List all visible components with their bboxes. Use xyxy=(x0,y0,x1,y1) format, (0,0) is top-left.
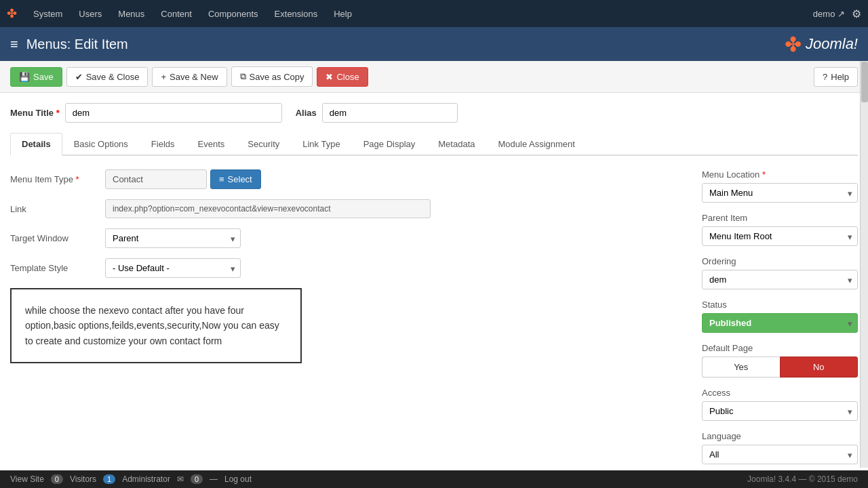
save-close-button[interactable]: ✔ Save & Close xyxy=(66,67,149,87)
info-box: while choose the nexevo contact after yo… xyxy=(10,288,302,363)
language-select[interactable]: AllEnglish xyxy=(702,445,858,464)
target-window-label: Target Window xyxy=(10,233,98,243)
parent-item-group: Parent Item Menu Item Root xyxy=(702,213,858,246)
language-label: Language xyxy=(702,431,858,441)
default-page-yes-button[interactable]: Yes xyxy=(702,357,780,378)
access-select[interactable]: PublicRegisteredSpecial xyxy=(702,401,858,421)
menu-item-type-row: Menu Item Type * ≡ Select xyxy=(10,169,682,189)
template-style-select[interactable]: - Use Default -Beez3Protostar xyxy=(105,258,241,278)
save-close-label: Save & Close xyxy=(86,72,140,82)
alias-input[interactable] xyxy=(322,103,458,123)
nav-item-users[interactable]: Users xyxy=(72,6,108,22)
menu-item-type-required: * xyxy=(76,174,79,184)
target-window-select[interactable]: ParentNew WindowPopup xyxy=(105,228,241,248)
separator: — xyxy=(210,474,218,484)
default-page-label: Default Page xyxy=(702,343,858,353)
nav-item-content[interactable]: Content xyxy=(154,6,199,22)
check-icon: ✔ xyxy=(75,72,83,82)
help-icon: ? xyxy=(823,72,827,82)
menu-location-select[interactable]: Main MenuTop MenuFooter Menu xyxy=(702,183,858,203)
main-content: Menu Title * Alias Details Basic Options… xyxy=(0,93,868,488)
nav-item-system[interactable]: System xyxy=(26,6,69,22)
nav-item-components[interactable]: Components xyxy=(201,6,265,22)
link-row: Link xyxy=(10,199,682,218)
ordering-label: Ordering xyxy=(702,256,858,266)
joomla-logo: ✤ Joomla! xyxy=(785,33,858,56)
access-group: Access PublicRegisteredSpecial xyxy=(702,388,858,421)
right-section: Menu Location * Main MenuTop MenuFooter … xyxy=(702,169,858,464)
save-button[interactable]: 💾 Save xyxy=(10,67,62,87)
menu-title-group: Menu Title * xyxy=(10,103,282,123)
target-window-dropdown-wrap: ParentNew WindowPopup xyxy=(105,228,241,248)
form-header: Menu Title * Alias xyxy=(10,103,858,123)
template-style-row: Template Style - Use Default -Beez3Proto… xyxy=(10,258,682,278)
copy-icon: ⧉ xyxy=(240,71,246,82)
parent-item-select[interactable]: Menu Item Root xyxy=(702,226,858,246)
link-field xyxy=(105,199,682,218)
tab-details[interactable]: Details xyxy=(10,133,62,156)
template-style-dropdown-wrap: - Use Default -Beez3Protostar xyxy=(105,258,241,278)
tab-module-assignment[interactable]: Module Assignment xyxy=(486,133,586,155)
administrator-count-badge: 1 xyxy=(103,474,115,484)
left-column: Menu Item Type * ≡ Select Link xyxy=(10,169,682,464)
parent-item-dropdown-wrap: Menu Item Root xyxy=(702,226,858,246)
demo-link[interactable]: demo ↗ xyxy=(813,9,845,19)
ordering-select[interactable]: dem xyxy=(702,270,858,289)
nav-item-menus[interactable]: Menus xyxy=(111,6,151,22)
link-label: Link xyxy=(10,204,98,214)
logout-link[interactable]: Log out xyxy=(224,474,252,484)
mail-icon: ✉ xyxy=(177,474,184,484)
template-style-label: Template Style xyxy=(10,263,98,273)
status-group: Status PublishedUnpublishedTrashed xyxy=(702,300,858,333)
template-style-field: - Use Default -Beez3Protostar xyxy=(105,258,682,278)
language-group: Language AllEnglish xyxy=(702,431,858,464)
menu-item-type-label: Menu Item Type * xyxy=(10,174,98,184)
tab-bar: Details Basic Options Fields Events Secu… xyxy=(10,133,858,156)
tab-security[interactable]: Security xyxy=(236,133,291,155)
default-page-group: Default Page Yes No xyxy=(702,343,858,378)
visitors-label: Visitors xyxy=(70,474,96,484)
tab-link-type[interactable]: Link Type xyxy=(291,133,351,155)
status-dropdown-wrap: PublishedUnpublishedTrashed xyxy=(702,313,858,333)
footer: View Site 0 Visitors 1 Administrator ✉ 0… xyxy=(0,470,868,488)
gear-icon[interactable]: ⚙ xyxy=(852,7,861,20)
tab-page-display[interactable]: Page Display xyxy=(352,133,427,155)
nav-right: demo ↗ ⚙ xyxy=(813,7,861,20)
select-label: Select xyxy=(228,174,252,184)
save-new-button[interactable]: + Save & New xyxy=(152,67,226,87)
scrollbar[interactable] xyxy=(860,61,868,468)
status-select[interactable]: PublishedUnpublishedTrashed xyxy=(702,313,858,333)
plus-icon: + xyxy=(161,72,166,82)
close-label: Close xyxy=(336,72,359,82)
sidebar-toggle-icon[interactable]: ≡ xyxy=(10,37,18,52)
save-copy-label: Save as Copy xyxy=(250,72,304,82)
default-page-no-button[interactable]: No xyxy=(780,357,859,378)
help-button[interactable]: ? Help xyxy=(814,67,858,87)
nav-item-extensions[interactable]: Extensions xyxy=(268,6,325,22)
tab-events[interactable]: Events xyxy=(186,133,237,155)
close-button[interactable]: ✖ Close xyxy=(317,67,368,87)
close-icon: ✖ xyxy=(326,72,333,82)
save-icon: 💾 xyxy=(19,72,30,82)
title-bar: ≡ Menus: Edit Item ✤ Joomla! xyxy=(0,27,868,61)
tab-basic-options[interactable]: Basic Options xyxy=(62,133,140,155)
save-copy-button[interactable]: ⧉ Save as Copy xyxy=(231,66,313,87)
menu-location-group: Menu Location * Main MenuTop MenuFooter … xyxy=(702,169,858,203)
scroll-thumb[interactable] xyxy=(861,62,868,102)
menu-title-required: * xyxy=(56,108,60,118)
menu-title-input[interactable] xyxy=(65,103,282,123)
tab-fields[interactable]: Fields xyxy=(140,133,186,155)
nav-item-help[interactable]: Help xyxy=(327,6,359,22)
visitors-badge: 0 xyxy=(51,474,63,484)
joomla-logo-text: Joomla! xyxy=(806,35,858,53)
target-window-row: Target Window ParentNew WindowPopup xyxy=(10,228,682,248)
list-icon: ≡ xyxy=(219,174,224,184)
view-site-link[interactable]: View Site xyxy=(10,474,44,484)
tab-metadata[interactable]: Metadata xyxy=(427,133,486,155)
joomla-icon: ✤ xyxy=(7,6,17,21)
link-input xyxy=(105,199,431,218)
status-label: Status xyxy=(702,300,858,310)
ordering-dropdown-wrap: dem xyxy=(702,270,858,289)
language-dropdown-wrap: AllEnglish xyxy=(702,445,858,464)
select-button[interactable]: ≡ Select xyxy=(210,169,261,189)
